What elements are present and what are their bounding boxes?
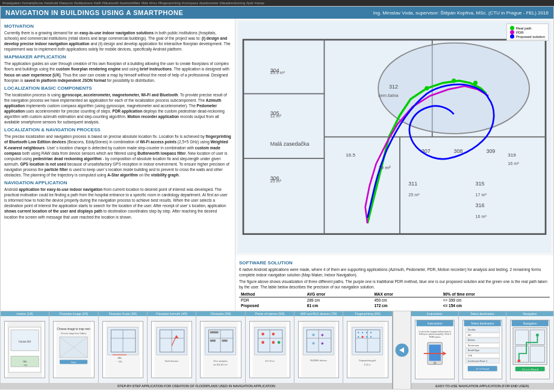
screen-poi-label: Points of interest (6/8) (246, 311, 294, 316)
screen-nav-svg: Navigation (511, 320, 549, 379)
screen2-svg: Choose image to map next Choose image fr… (54, 322, 93, 377)
main-container: NAVIGATION IN BUILDINGS USING A SMARTPHO… (0, 6, 554, 390)
svg-point-83 (272, 341, 275, 344)
mapmaker-title: MAPMAKER APPLICATION (4, 54, 231, 60)
arrow-separator (393, 311, 411, 389)
svg-text:North direction: North direction (165, 360, 179, 362)
svg-text:CVK: CVK (467, 355, 472, 357)
screen-floorplan-scale: Floorplan Scale (3/8) (99, 311, 148, 383)
svg-text:Instructions: Instructions (427, 322, 442, 325)
svg-text:⊕: ⊕ (312, 341, 315, 345)
proposed-dot (510, 34, 514, 39)
screen-navigation-body: Navigation (506, 316, 553, 383)
localization-nav-text: The precise localization and navigation … (4, 134, 231, 178)
svg-rect-72 (222, 340, 228, 341)
mapmaker-section: MAPMAKER APPLICATION The application gui… (4, 54, 231, 82)
header: NAVIGATION IN BUILDINGS USING A SMARTPHO… (1, 7, 553, 19)
screen-floorplan-image-body: Choose image to map next Choose image fr… (49, 316, 98, 383)
motivation-text: Currently there is a growing demand for … (4, 30, 231, 52)
svg-text:◆: ◆ (321, 334, 324, 337)
legend-realpath: Real path (510, 26, 545, 30)
svg-text:16 m²: 16 m² (475, 214, 487, 219)
svg-point-102 (362, 332, 363, 334)
screen-floorplan-image: Floorplan Image (2/8) Choose image to ma… (49, 311, 98, 383)
svg-text:308: 308 (454, 148, 463, 154)
localization-basic-title: LOCALIZATION BASIC COMPONENTS (4, 86, 231, 91)
nav-screens-row: Instructions Instructions Look at the im… (411, 311, 553, 383)
screen-marker: marker (1/8) house.bld 785 (1, 311, 49, 383)
pdr-method: PDR (239, 297, 305, 303)
svg-text:Chodba: Chodba (467, 329, 476, 331)
screen-instructions: Instructions Instructions Look at the im… (411, 311, 459, 383)
svg-text:309: 309 (486, 148, 495, 154)
screen-wifi-ble-body: ⊕ ◆ ⊕ ◆ BLE/WiFi devices (294, 316, 343, 383)
svg-point-101 (358, 332, 359, 334)
svg-text:25 m²: 25 m² (408, 193, 420, 198)
svg-text:785: 785 (23, 360, 27, 363)
screen-select-dest-body: Select destination Chodba WC Kitchen (459, 316, 506, 383)
svg-text:785: 785 (117, 357, 122, 360)
precision-table: Method AVG error MAX error 90% of time e… (239, 291, 550, 308)
screen-obstacles: Obstacles (5/8) (196, 311, 245, 383)
svg-text:hold your phone properly. Clic: hold your phone properly. Click it (419, 333, 450, 335)
pdr-label: PDR (516, 31, 524, 34)
mapmaker-screens-row: marker (1/8) house.bld 785 (1, 311, 392, 383)
svg-text:312: 312 (389, 84, 398, 90)
svg-text:BLE/WiFi devices: BLE/WiFi devices (311, 359, 327, 362)
mapmaker-screenshots: marker (1/8) house.bld 785 (1, 311, 393, 389)
screen-obstacles-label: Obstacles (5/8) (196, 311, 244, 316)
screen-inst-svg: Instructions Look at the images below ho… (416, 320, 454, 379)
svg-text:311: 311 (408, 181, 417, 187)
software-section: SOFTWARE SOLUTION 6 native Android appli… (235, 255, 553, 311)
svg-text:Navigation: Navigation (523, 322, 537, 325)
realpath-label: Real path (516, 26, 532, 30)
table-row-pdr: PDR 289 cm 450 cm <= 399 cm (239, 297, 550, 303)
software-intro: 6 native Android applications were made,… (239, 267, 550, 278)
screen5-svg: 30 m obstacles set 314 16.5 m² (201, 322, 240, 377)
pdr-max: 450 cm (372, 297, 441, 303)
svg-text:sern.šatna: sern.šatna (378, 93, 398, 98)
svg-text:12 in Result: 12 in Result (476, 367, 490, 370)
svg-text:Conference Room 1: Conference Room 1 (467, 359, 487, 362)
proposed-max: 172 cm (372, 303, 441, 308)
pdr-dot (510, 30, 514, 34)
svg-rect-120 (429, 344, 441, 361)
tags-text: #navigation #smartphone #android #beacon… (2, 1, 264, 5)
screen-marker-body: house.bld 785 ~ 905 (1, 316, 49, 383)
svg-rect-70 (210, 331, 219, 333)
svg-point-82 (261, 341, 264, 344)
svg-text:Serverovna: Serverovna (467, 344, 479, 346)
svg-text:16.5: 16.5 (346, 152, 355, 158)
svg-point-105 (358, 337, 359, 338)
svg-point-29 (473, 81, 478, 85)
svg-text:Malá zasedačka: Malá zasedačka (270, 141, 310, 147)
svg-text:◆: ◆ (321, 341, 324, 345)
screen-navigation-label: Navigation (506, 311, 553, 316)
svg-point-28 (452, 78, 456, 82)
screen3-svg: 785 ~ 905 (103, 322, 143, 377)
localization-nav-title: LOCALIZATION & NAVIGATION PROCESS (4, 127, 231, 132)
table-header-max: MAX error (372, 291, 441, 297)
screen-azimuth-label: Floorplan Azimuth (4/8) (148, 311, 196, 316)
screen-fingerprinting-body: Fingerprinting grid X 16 ⊕ (343, 316, 391, 383)
navigation-app-section: NAVIGATION APPLICATION Android applicati… (4, 180, 231, 220)
screen-instructions-label: Instructions (411, 311, 458, 316)
motivation-title: MOTIVATION (4, 23, 231, 29)
svg-text:set 314  16.5 m²: set 314 16.5 m² (214, 364, 229, 366)
svg-text:DoubleType: DoubleType (467, 349, 479, 352)
motivation-section: MOTIVATION Currently there is a growing … (4, 23, 231, 52)
svg-text:Kitchen: Kitchen (467, 339, 475, 341)
screen-wifi-ble: WiFi and BLE devices (7/8) (294, 311, 343, 383)
svg-rect-71 (210, 340, 216, 341)
screen-poi-body: 317 19 m² (246, 316, 294, 383)
screen-select-dest: Select destination Select destination Ch… (459, 311, 506, 383)
svg-text:17 m²: 17 m² (475, 193, 487, 198)
localization-basic-text: The localization process is using gyrosc… (4, 92, 231, 125)
pdr-avg: 289 cm (305, 297, 373, 303)
screen-azimuth-body: North direction (148, 316, 196, 383)
svg-text:~ 905: ~ 905 (117, 361, 122, 363)
svg-text:Choose image from Gallery: Choose image from Gallery (61, 332, 87, 335)
table-header-method: Method (239, 291, 305, 297)
screen-instructions-body: Instructions Look at the images below ho… (411, 316, 458, 383)
screen-select-dest-label: Select destination (459, 311, 506, 316)
